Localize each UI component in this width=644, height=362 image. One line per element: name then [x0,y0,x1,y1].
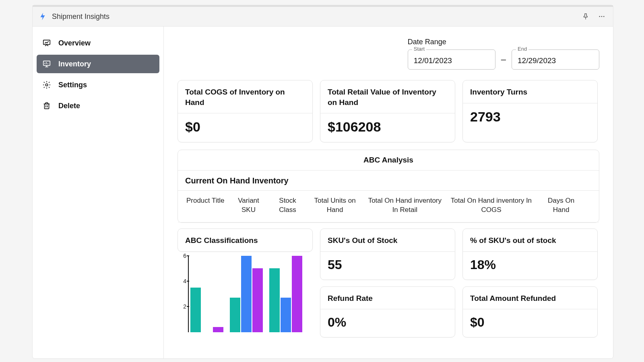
kpi-value: 55 [320,252,455,280]
chart-bar [190,288,201,332]
kpi-value: $0 [463,309,597,337]
abc-table-header: Product Title Variant SKU Stock Class To… [178,191,599,222]
svg-rect-4 [43,61,50,66]
abc-title: ABC Analysis [178,150,599,171]
kpi-value: $106208 [320,113,455,142]
kpi-row-top: Total COGS of Inventory on Hand $0 Total… [178,80,599,142]
date-end-field[interactable]: End 12/29/2023 [512,49,599,70]
trash-icon [42,101,51,110]
date-start-legend: Start [412,46,426,52]
nav-label: Settings [58,81,87,89]
th-onhand-retail: Total On Hand inventory In Retail [364,196,446,215]
kpi-card-retail: Total Retail Value of Inventory on Hand … [320,80,455,142]
pin-button[interactable] [580,11,591,22]
kpi-label: Inventory Turns [463,80,597,103]
chart-bar-group [269,256,302,332]
presentation-icon [42,39,51,47]
kpi-card-skus-out: SKU's Out of Stock 55 [320,228,455,280]
date-end-legend: End [516,46,528,52]
lower-section: ABC Classifications 246 SKU's Out of Sto… [178,228,599,337]
chart-bar-group [230,256,263,332]
svg-point-0 [599,16,600,17]
date-end-value: 12/29/2023 [518,56,593,65]
monitor-icon [42,60,51,68]
kpi-card-cogs: Total COGS of Inventory on Hand $0 [178,80,313,142]
nav-label: Delete [58,102,80,110]
date-range-section: Date Range Start 12/01/2023 – End 12/29/… [178,38,599,70]
nav-label: Inventory [58,60,91,68]
th-days-on-hand: Days On Hand [537,196,586,215]
abc-subtitle: Current On Hand Inventory [178,171,599,191]
abc-classifications-card: ABC Classifications [178,228,313,252]
svg-point-2 [603,16,605,17]
chart-bar [292,256,302,332]
gear-icon [42,80,51,89]
date-start-field[interactable]: Start 12/01/2023 [408,49,495,70]
th-onhand-cogs: Total On Hand inventory In COGS [446,196,537,215]
topbar: Shipment Insights [33,5,613,27]
svg-rect-6 [45,104,49,109]
kpi-value: $0 [178,113,312,142]
kpi-value: 0% [320,309,455,337]
app-window: Shipment Insights Overview Invento [32,5,613,359]
chart-bar-group [190,288,223,332]
abc-classifications-title: ABC Classifications [178,229,312,251]
chart-bar [213,327,223,332]
kpi-label: Total COGS of Inventory on Hand [178,80,312,113]
main-content: Date Range Start 12/01/2023 – End 12/29/… [164,27,613,358]
date-dash: – [500,54,507,65]
brand-icon [38,12,47,21]
kpi-label: % of SKU's out of stock [463,229,597,252]
date-range-label: Date Range [408,38,599,46]
date-start-value: 12/01/2023 [414,56,489,65]
kpi-card-turns: Inventory Turns 2793 [462,80,598,142]
kpi-label: Total Amount Refunded [463,287,597,310]
kpi-value: 18% [463,252,597,280]
sidebar: Overview Inventory Settings Delete [33,27,164,358]
nav-label: Overview [58,39,91,47]
th-stock-class: Stock Class [269,196,306,215]
chart-bar [281,298,291,332]
chart-bar [269,268,280,332]
chart-y-tick-label: 4 [183,278,186,284]
kpi-card-refunded: Total Amount Refunded $0 [462,286,598,338]
kpi-value: 2793 [463,103,597,132]
nav-item-delete[interactable]: Delete [37,97,159,115]
nav-item-overview[interactable]: Overview [37,34,159,52]
th-variant-sku: Variant SKU [228,196,269,215]
kpi-card-refund-rate: Refund Rate 0% [320,286,455,338]
th-product-title: Product Title [183,196,228,215]
svg-point-5 [45,84,48,86]
th-total-units: Total Units on Hand [306,196,364,215]
kpi-label: Refund Rate [320,287,455,310]
kpi-label: Total Retail Value of Inventory on Hand [320,80,455,113]
chart-bar [230,298,240,332]
abc-analysis-card: ABC Analysis Current On Hand Inventory P… [178,150,599,223]
body: Overview Inventory Settings Delete [33,27,613,358]
chart-bar [252,268,263,332]
chart-y-tick-label: 2 [183,303,186,310]
app-title: Shipment Insights [52,12,109,21]
chart-y-tick-label: 6 [183,253,186,259]
more-button[interactable] [596,11,607,22]
svg-rect-3 [43,40,50,45]
abc-classifications-chart: 246 [178,256,313,332]
svg-point-1 [601,16,603,17]
nav-item-settings[interactable]: Settings [37,76,159,94]
kpi-label: SKU's Out of Stock [320,229,455,252]
chart-bar [241,256,252,332]
kpi-card-pct-out: % of SKU's out of stock 18% [462,228,598,280]
nav-item-inventory[interactable]: Inventory [37,55,159,73]
